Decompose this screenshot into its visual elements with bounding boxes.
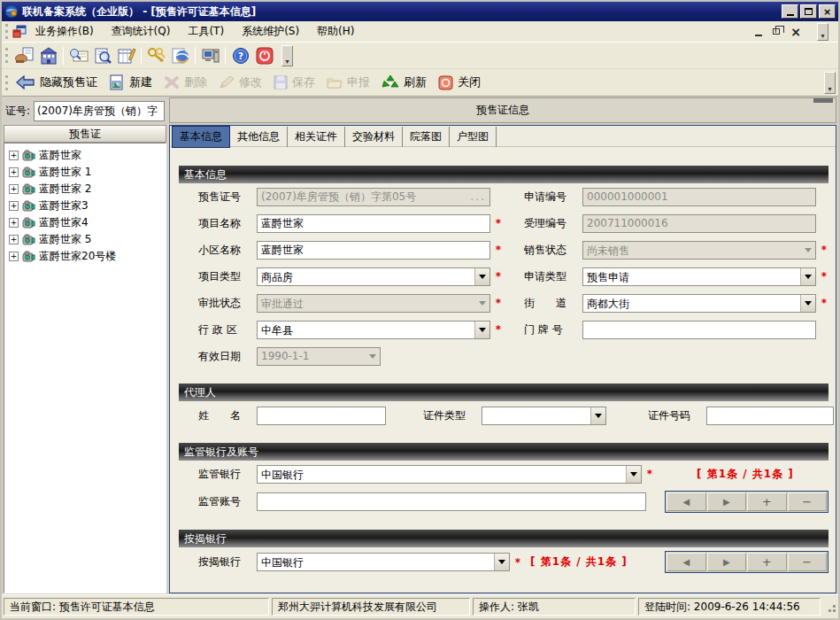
agent-name-input[interactable] (261, 407, 381, 424)
basic-info-form: 基本信息 预售证号 (2007)牟房管预（销）字第05号 ... 申请编号 00… (170, 147, 836, 593)
expand-icon[interactable]: + (9, 167, 19, 177)
toolbar-separator (63, 47, 64, 65)
tree-item[interactable]: + 蓝爵世家 2 (6, 181, 164, 198)
refresh-button[interactable]: 刷新 (378, 73, 435, 92)
tab-basic-info[interactable]: 基本信息 (172, 126, 230, 148)
mdi-restore-button[interactable] (773, 28, 780, 35)
expand-icon[interactable]: + (9, 201, 19, 211)
prev-record-button[interactable]: ◀ (667, 553, 706, 571)
tab-unit-plan[interactable]: 户型图 (450, 127, 497, 147)
add-record-button[interactable]: + (747, 553, 787, 571)
toolbar-overflow-button[interactable] (281, 45, 293, 66)
sale-status-combo: 尚未销售 (582, 241, 816, 260)
tab-related-certs[interactable]: 相关证件 (288, 127, 345, 147)
prev-record-button[interactable]: ◀ (667, 492, 706, 511)
web-button[interactable] (168, 44, 192, 66)
section-agent-title: 代理人 (179, 384, 828, 401)
permissions-button[interactable] (144, 44, 168, 66)
action-toolbar-overflow-button[interactable] (824, 72, 836, 94)
agent-cert-no-input[interactable] (711, 407, 829, 424)
help-button[interactable]: ? (228, 44, 252, 66)
tree-item[interactable]: + 蓝爵世家4 (6, 214, 164, 231)
agent-cert-type-label: 证件类型 (423, 408, 482, 423)
cert-no-input[interactable] (34, 101, 165, 121)
section-agent: 代理人 姓 名 证件类型 证件号码 (179, 384, 828, 430)
mdi-minimize-button[interactable] (755, 35, 762, 36)
save-button[interactable]: 保存 (270, 73, 323, 92)
workstation-button[interactable] (198, 44, 222, 66)
dropdown-button[interactable] (800, 295, 815, 312)
project-name-input[interactable] (261, 215, 486, 232)
chevron-down-icon (595, 414, 602, 418)
apply-type-combo[interactable]: 预售申请 (582, 267, 816, 286)
tree-item[interactable]: + 蓝爵世家3 (6, 198, 164, 214)
section-mortgage-bank-title: 按揭银行 (179, 530, 828, 547)
menu-tools[interactable]: 工具(T) (179, 21, 233, 42)
remove-record-button[interactable]: − (788, 553, 828, 571)
status-current-window: 当前窗口: 预售许可证基本信息 (4, 598, 269, 616)
district-combo[interactable]: 中牟县 (257, 321, 490, 339)
next-record-button[interactable]: ▶ (707, 553, 747, 571)
mortgage-record-navigator: ◀ ▶ + − (665, 551, 828, 573)
expand-icon[interactable]: + (9, 184, 19, 194)
tree-item[interactable]: + 蓝爵世家20号楼 (6, 248, 164, 265)
project-building-button[interactable] (36, 44, 60, 66)
menu-system-maintenance[interactable]: 系统维护(S) (233, 21, 308, 42)
minimize-button[interactable] (782, 4, 798, 19)
modify-button[interactable]: 修改 (215, 73, 270, 92)
preview-button[interactable] (90, 44, 114, 66)
report-button[interactable] (114, 44, 138, 66)
supervise-bank-combo[interactable]: 中国银行 (257, 465, 642, 484)
expand-icon[interactable]: + (9, 151, 19, 160)
dropdown-button[interactable] (474, 322, 489, 338)
add-record-button[interactable]: + (747, 492, 787, 511)
remove-record-button[interactable]: − (788, 492, 828, 511)
expand-icon[interactable]: + (9, 252, 19, 261)
exit-button[interactable] (252, 44, 276, 66)
tab-strip: 基本信息 其他信息 相关证件 交验材料 院落图 户型图 (170, 126, 836, 147)
hide-presale-cert-button[interactable]: 隐藏预售证 (12, 73, 105, 92)
new-button[interactable]: 新建 (105, 73, 160, 92)
door-no-input[interactable] (587, 322, 812, 338)
tab-courtyard-plan[interactable]: 院落图 (403, 127, 450, 147)
next-record-button[interactable]: ▶ (707, 492, 747, 511)
approval-status-label: 审批状态 (198, 296, 257, 311)
dropdown-button[interactable] (474, 268, 489, 285)
tree-item[interactable]: + 蓝爵世家 5 (6, 231, 164, 248)
dropdown-button[interactable] (626, 466, 641, 483)
tab-inspection-materials[interactable]: 交验材料 (345, 127, 403, 147)
project-type-combo[interactable]: 商品房 (257, 267, 490, 286)
delete-button[interactable]: 删除 (160, 73, 215, 92)
more-ellipsis-button[interactable]: ... (471, 190, 486, 203)
required-mark: * (816, 270, 832, 283)
query-button[interactable] (66, 44, 90, 66)
mdi-close-button[interactable]: × (790, 27, 801, 37)
expand-icon[interactable]: + (9, 218, 19, 228)
mortgage-bank-combo[interactable]: 中国银行 (257, 553, 510, 571)
menubar-overflow-button[interactable] (817, 23, 828, 41)
resize-grip[interactable] (825, 601, 836, 612)
dropdown-button[interactable] (494, 554, 509, 570)
dropdown-button[interactable] (800, 268, 815, 285)
agent-cert-type-combo[interactable] (482, 407, 606, 425)
maximize-button[interactable] (800, 4, 817, 19)
toolbar-separator (225, 47, 226, 65)
tab-other-info[interactable]: 其他信息 (230, 127, 288, 147)
community-name-input[interactable] (261, 242, 486, 259)
declare-button[interactable]: 申报 (323, 73, 378, 92)
street-combo[interactable]: 商都大街 (582, 294, 816, 313)
dropdown-button[interactable] (590, 407, 605, 424)
edit-pencil-icon (219, 75, 235, 89)
supervise-account-input[interactable] (261, 493, 642, 510)
menu-query-stats[interactable]: 查询统计(Q) (103, 21, 180, 42)
close-button[interactable]: × (819, 4, 836, 19)
menu-business[interactable]: 业务操作(B) (27, 21, 103, 42)
menu-help[interactable]: 帮助(H) (308, 21, 363, 42)
presale-no-field: (2007)牟房管预（销）字第05号 ... (257, 188, 490, 206)
business-operation-button[interactable] (12, 44, 36, 66)
computer-icon (201, 47, 220, 65)
close-window-button[interactable]: 关闭 (435, 73, 489, 92)
expand-icon[interactable]: + (9, 235, 19, 244)
tree-item[interactable]: + 蓝爵世家 1 (6, 164, 164, 181)
tree-item[interactable]: + 蓝爵世家 (6, 147, 164, 164)
